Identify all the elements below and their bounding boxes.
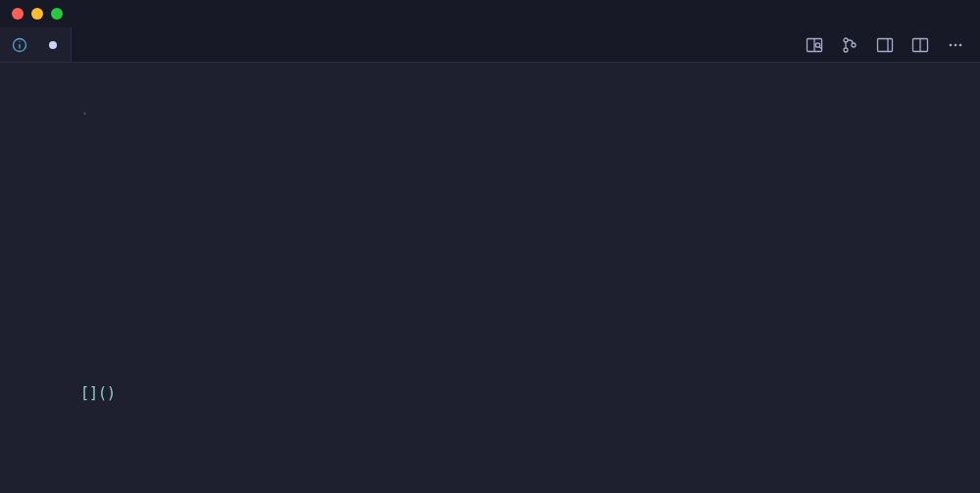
line-number (0, 389, 63, 414)
line-number (0, 242, 63, 267)
svg-point-15 (955, 43, 957, 46)
info-icon (12, 37, 27, 53)
line-number (0, 291, 63, 316)
editor[interactable]: · []() (0, 63, 980, 493)
svg-line-6 (819, 46, 821, 48)
more-actions-icon[interactable] (947, 36, 964, 54)
line-number (0, 193, 63, 218)
svg-point-16 (959, 43, 962, 46)
code-line (80, 158, 980, 182)
title-bar (0, 0, 980, 27)
modified-indicator-icon (49, 41, 57, 49)
svg-point-8 (844, 48, 848, 52)
line-number (0, 120, 63, 144)
code-line: · (80, 102, 980, 126)
svg-point-2 (19, 40, 20, 41)
line-number (0, 95, 63, 120)
code-line: []() (80, 381, 980, 406)
code-line (80, 214, 980, 238)
window-close-button[interactable] (12, 8, 24, 20)
source-control-icon[interactable] (841, 36, 858, 54)
window-maximize-button[interactable] (51, 8, 63, 20)
line-number-gutter (0, 71, 63, 493)
code-line (80, 325, 980, 350)
editor-actions (806, 27, 980, 62)
line-number (0, 340, 63, 365)
svg-point-7 (844, 38, 848, 42)
window-minimize-button[interactable] (31, 8, 43, 20)
tab-list (0, 27, 72, 62)
editor-content[interactable]: · []() (63, 71, 980, 493)
toggle-sidebar-icon[interactable] (876, 36, 894, 54)
line-number (0, 365, 63, 389)
line-number (0, 267, 63, 291)
split-editor-icon[interactable] (911, 36, 929, 54)
svg-point-9 (852, 43, 856, 47)
line-number (0, 71, 63, 95)
svg-point-14 (950, 43, 953, 46)
line-number (0, 169, 63, 193)
traffic-lights (0, 8, 63, 20)
tab-bar (0, 27, 980, 63)
open-preview-icon[interactable] (806, 36, 823, 54)
line-number (0, 316, 63, 340)
svg-rect-10 (878, 38, 893, 51)
tab-readme[interactable] (0, 27, 72, 62)
code-line (80, 437, 980, 462)
line-number (0, 218, 63, 242)
code-line (80, 270, 980, 294)
line-number (0, 144, 63, 169)
